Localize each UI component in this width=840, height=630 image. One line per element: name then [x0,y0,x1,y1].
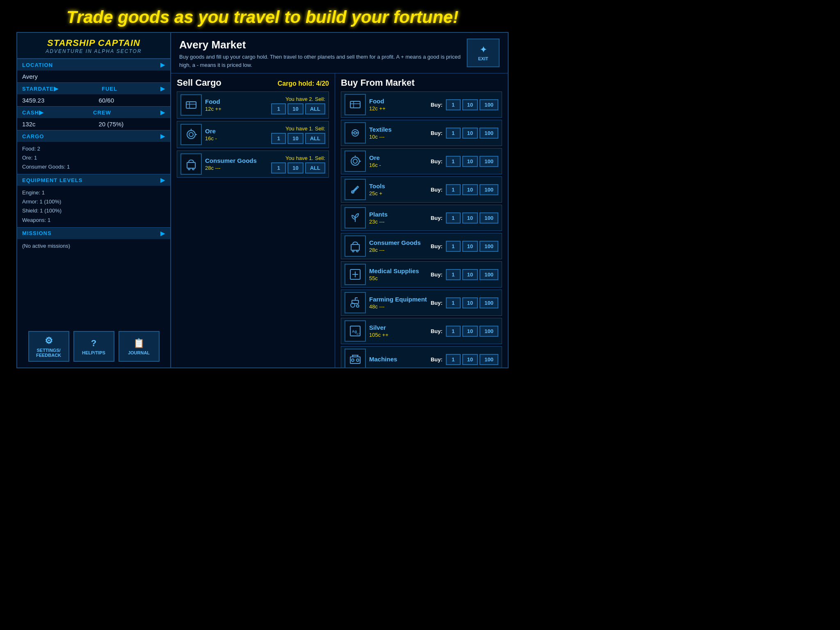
silver-price: 105c ++ [369,332,427,338]
stardate-header[interactable]: STARDATE ▶ FUEL ▶ [17,82,170,94]
equipment-arrow: ▶ [160,177,165,183]
buy-textiles-1[interactable]: 1 [446,128,461,139]
sell-food-label: You have 2. Sell: [271,96,325,102]
missions-header[interactable]: MISSIONS ▶ [17,227,170,239]
buy-silver-100[interactable]: 100 [479,326,498,337]
main-container: STARSHIP CAPTAIN ADVENTURE IN ALPHA SECT… [16,32,509,368]
buy-medical-1[interactable]: 1 [446,269,461,280]
svg-point-17 [351,157,359,165]
journal-button[interactable]: 📋 JOURNAL [119,331,160,362]
equipment-label: EQUIPMENT LEVELS [22,177,82,183]
exit-label: EXIT [478,56,488,61]
sell-ore-10[interactable]: 10 [288,133,303,144]
missions-value: (No active missions) [22,242,165,251]
tools-name: Tools [369,183,427,189]
content-area: Avery Market Buy goods and fill up your … [171,33,508,368]
consumer-goods-buy-name: Consumer Goods [369,239,427,246]
buy-silver-1[interactable]: 1 [446,326,461,337]
medical-info: Medical Supplies 55c [369,267,427,281]
game-title: STARSHIP CAPTAIN [24,38,164,48]
buy-machines-100[interactable]: 100 [479,354,498,365]
buy-textiles-100[interactable]: 100 [479,128,498,139]
buy-medical-10[interactable]: 10 [462,269,478,280]
sell-cg-controls: You have 1. Sell: 1 10 ALL [271,155,325,173]
settings-button[interactable]: ⚙ SETTINGS/ FEEDBACK [28,331,69,362]
cargo-header[interactable]: CARGO ▶ [17,130,170,142]
buy-plants-10[interactable]: 10 [462,212,478,224]
silver-icon: Ag 47 [345,320,366,342]
buy-ore-1[interactable]: 1 [446,156,461,167]
buy-title-row: Buy From Market [341,78,502,88]
equipment-header[interactable]: EQUIPMENT LEVELS ▶ [17,174,170,186]
buy-silver-10[interactable]: 10 [462,326,478,337]
buy-farming-100[interactable]: 100 [479,297,498,308]
cash-header[interactable]: CASH ▶ CREW ▶ [17,106,170,118]
equipment-item: Engine: 1 [22,188,165,197]
buy-machines-1[interactable]: 1 [446,354,461,365]
top-banner: Trade goods as you travel to build your … [0,0,525,32]
sell-ore-all[interactable]: ALL [305,133,325,144]
farming-info: Farming Equipment 48c --- [369,296,427,310]
sell-cg-all[interactable]: ALL [305,162,325,173]
consumer-goods-sell-price: 28c --- [205,165,268,171]
buy-medical-100[interactable]: 100 [479,269,498,280]
buy-cg-1[interactable]: 1 [446,241,461,252]
sell-cg-1[interactable]: 1 [271,162,286,173]
ore-sell-icon [180,124,202,145]
tools-icon [345,179,366,200]
sell-cg-buttons: 1 10 ALL [271,162,325,173]
svg-point-14 [354,132,356,134]
buy-plants-buttons: 1 10 100 [446,212,498,224]
missions-arrow: ▶ [160,230,165,237]
fuel-arrow: ▶ [160,85,165,92]
sell-cg-label: You have 1. Sell: [271,155,325,161]
buy-ore-100[interactable]: 100 [479,156,498,167]
sell-food-10[interactable]: 10 [288,103,303,114]
help-icon: ? [91,338,96,349]
missions-content: (No active missions) [17,239,170,253]
svg-point-37 [352,359,354,361]
plants-info: Plants 23c --- [369,211,427,225]
buy-machines-10[interactable]: 10 [462,354,478,365]
buy-tools-100[interactable]: 100 [479,184,498,195]
buy-food-10[interactable]: 10 [462,99,478,110]
buy-tools-10[interactable]: 10 [462,184,478,195]
svg-point-38 [356,359,359,361]
buy-farming-1[interactable]: 1 [446,297,461,308]
help-button[interactable]: ? HELP/TIPS [73,331,114,362]
exit-button[interactable]: ✦ EXIT [467,39,500,67]
buy-farming-10[interactable]: 10 [462,297,478,308]
buy-textiles-10[interactable]: 10 [462,128,478,139]
sell-title-row: Sell Cargo Cargo hold: 4/20 [177,78,329,88]
sell-cg-10[interactable]: 10 [288,162,303,173]
location-header[interactable]: LOCATION ▶ [17,59,170,71]
buy-food-1[interactable]: 1 [446,99,461,110]
location-arrow: ▶ [160,62,165,68]
equipment-item: Weapons: 1 [22,216,165,225]
buy-textiles-buttons: 1 10 100 [446,128,498,139]
sell-ore-buttons: 1 10 ALL [271,133,325,144]
buy-plants-100[interactable]: 100 [479,212,498,224]
market-title: Avery Market [179,39,467,51]
silver-name: Silver [369,324,427,331]
buy-ore-10[interactable]: 10 [462,156,478,167]
cargo-arrow: ▶ [160,133,165,139]
sell-section: Sell Cargo Cargo hold: 4/20 Food 1 [171,73,335,368]
cash-crew-row: 132c 20 (75%) [17,118,170,130]
sell-food-1[interactable]: 1 [271,103,286,114]
food-info: Food 12c ++ [205,98,268,112]
buy-row-ore: Ore 16c - Buy: 1 10 100 [341,148,502,174]
buy-tools-buttons: 1 10 100 [446,184,498,195]
buy-plants-1[interactable]: 1 [446,212,461,224]
buy-tools-1[interactable]: 1 [446,184,461,195]
sell-food-all[interactable]: ALL [305,103,325,114]
sell-ore-1[interactable]: 1 [271,133,286,144]
buy-cg-10[interactable]: 10 [462,241,478,252]
buy-section: Buy From Market Food 12c ++ [335,73,508,368]
farming-price: 48c --- [369,304,427,310]
ore-sell-name: Ore [205,128,268,135]
fuel-label: FUEL [59,86,160,92]
buy-cg-100[interactable]: 100 [479,241,498,252]
textiles-price: 10c --- [369,134,427,140]
buy-food-100[interactable]: 100 [479,99,498,110]
